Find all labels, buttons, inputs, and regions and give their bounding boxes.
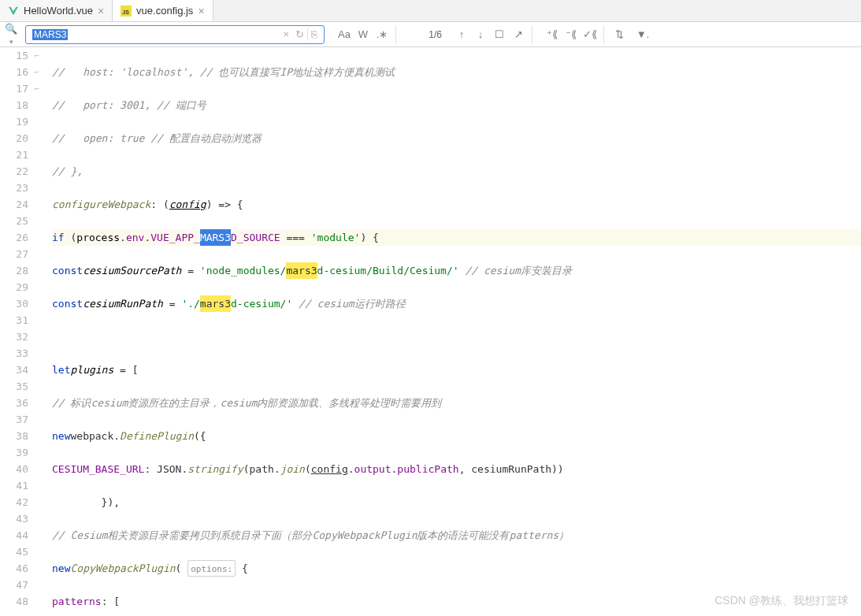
remove-selection-icon[interactable]: ⁻⟪: [562, 26, 580, 43]
tab-bar: HelloWorld.vue × JS vue.config.js ×: [0, 0, 861, 22]
line-gutter: 1516171819202122232425262728293031323334…: [0, 47, 35, 616]
code-area[interactable]: // host: 'localhost', // 也可以直接写IP地址这样方便真…: [49, 47, 861, 616]
match-options: Aa W .∗: [331, 25, 396, 44]
watermark: CSDN @教练、我想打篮球: [714, 594, 848, 608]
tab-label: vue.config.js: [136, 5, 193, 17]
match-case-icon[interactable]: Aa: [336, 26, 353, 43]
find-input[interactable]: MARS3 × ↻ ⎘: [25, 25, 325, 44]
select-all-icon[interactable]: ☐: [491, 26, 508, 43]
match-count: 1/6: [403, 29, 442, 40]
code-editor[interactable]: 1516171819202122232425262728293031323334…: [0, 47, 861, 616]
search-icon[interactable]: 🔍▾: [3, 23, 19, 46]
prev-match-icon[interactable]: ↑: [453, 26, 470, 43]
fold-gutter: ⌐⌐⌐: [35, 47, 49, 616]
tab-helloworld[interactable]: HelloWorld.vue ×: [0, 0, 113, 21]
close-icon[interactable]: ×: [198, 5, 204, 17]
tab-vueconfig[interactable]: JS vue.config.js ×: [113, 0, 213, 21]
svg-text:JS: JS: [122, 9, 129, 14]
add-selection-icon[interactable]: ⁺⟪: [544, 26, 561, 43]
nav-buttons: ↑ ↓ ☐ ↗: [448, 25, 533, 44]
history-icon[interactable]: ↻: [292, 28, 307, 40]
clear-icon[interactable]: ×: [280, 28, 292, 40]
regex-icon[interactable]: .∗: [373, 26, 391, 43]
vue-file-icon: [8, 6, 19, 17]
words-icon[interactable]: W: [354, 26, 372, 43]
next-match-icon[interactable]: ↓: [472, 26, 489, 43]
open-tool-icon[interactable]: ↗: [510, 26, 527, 43]
settings-icon[interactable]: ⇅: [610, 26, 628, 43]
filter-icon[interactable]: ▼.: [634, 26, 651, 43]
find-bar: 🔍▾ MARS3 × ↻ ⎘ Aa W .∗ 1/6 ↑ ↓ ☐ ↗ ⁺⟪ ⁻⟪…: [0, 22, 861, 47]
filter-buttons: ⁺⟪ ⁻⟪ ✓⟪: [539, 25, 604, 44]
select-occurrences-icon[interactable]: ✓⟪: [581, 26, 599, 43]
js-file-icon: JS: [121, 6, 132, 17]
pin-icon[interactable]: ⎘: [307, 28, 321, 40]
close-icon[interactable]: ×: [98, 5, 104, 17]
tab-label: HelloWorld.vue: [24, 5, 93, 17]
